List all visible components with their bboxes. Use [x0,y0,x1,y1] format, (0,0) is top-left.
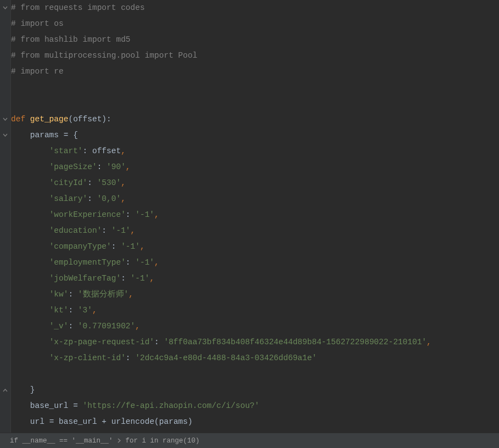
code-line[interactable]: '_v': '0.77091902', [11,318,499,334]
code-line[interactable]: # from hashlib import md5 [11,32,499,48]
code-line[interactable] [11,96,499,111]
gutter [0,0,11,433]
code-line[interactable]: 'workExperience': '-1', [11,207,499,223]
code-line[interactable]: 'start': offset, [11,143,499,159]
code-line[interactable] [11,366,499,382]
code-line[interactable]: # import re [11,64,499,80]
breadcrumb-item[interactable]: if __name__ == '__main__' [10,437,113,445]
code-line[interactable]: 'cityId': '530', [11,175,499,191]
code-line[interactable] [11,80,499,96]
code-line[interactable]: 'salary': '0,0', [11,191,499,207]
code-area[interactable]: # from requests import codes# import os#… [11,0,499,433]
code-editor[interactable]: # from requests import codes# import os#… [0,0,499,433]
code-line[interactable]: def get_page(offset): [11,111,499,127]
code-line[interactable]: 'employmentType': '-1', [11,255,499,271]
code-line[interactable]: 'kw': '数据分析师', [11,287,499,303]
code-line[interactable]: 'jobWelfareTag': '-1', [11,271,499,287]
fold-collapse-icon[interactable] [2,5,8,10]
breadcrumb-bar[interactable]: if __name__ == '__main__' for i in range… [0,433,499,448]
code-line[interactable]: # import os [11,16,499,32]
fold-collapse-icon[interactable] [2,132,8,138]
code-line[interactable]: 'education': '-1', [11,223,499,239]
fold-collapse-icon[interactable] [2,116,8,122]
fold-end-icon[interactable] [2,387,8,393]
code-line[interactable]: params = { [11,127,499,143]
code-line[interactable]: 'x-zp-client-id': '2dc4c9a4-e80d-4488-84… [11,350,499,366]
chevron-right-icon [117,438,121,443]
code-line[interactable]: 'x-zp-page-request-id': '8ff0aa73bf834b4… [11,334,499,350]
code-line[interactable]: 'kt': '3', [11,303,499,318]
code-line[interactable]: # from requests import codes [11,0,499,16]
code-line[interactable]: # from multiprocessing.pool import Pool [11,48,499,64]
code-line[interactable]: 'companyType': '-1', [11,239,499,255]
code-line[interactable]: base_url = 'https://fe-api.zhaopin.com/c… [11,398,499,414]
code-line[interactable]: 'pageSize': '90', [11,159,499,175]
breadcrumb-item[interactable]: for i in range(10) [126,437,200,445]
code-line[interactable]: } [11,382,499,398]
code-line[interactable]: url = base_url + urlencode(params) [11,414,499,430]
